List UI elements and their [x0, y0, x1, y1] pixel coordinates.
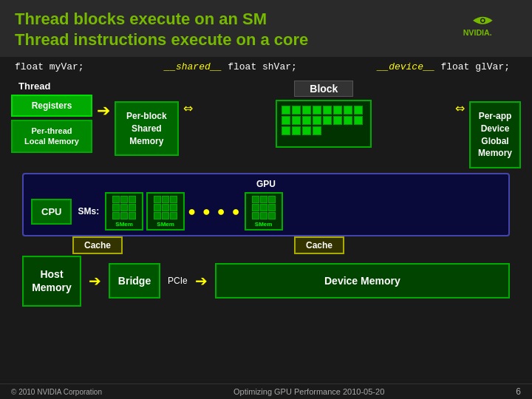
pcie-arrow-right: ➔ — [195, 272, 208, 290]
smem-label-3: SMem — [255, 221, 273, 228]
device-keyword: __device__ — [378, 61, 435, 72]
shared-mem-container: Per-blockSharedMemory — [115, 91, 179, 156]
arrow-right-1: ⇔ — [183, 101, 193, 115]
arrows-mid: ⇔ — [183, 101, 193, 115]
thread-section: Thread Registers Per-threadLocal Memory — [11, 81, 92, 153]
sm-dots: ● ● ● ● — [188, 204, 242, 219]
footer-center: Optimizing GPU Performance 2010-05-20 — [233, 387, 384, 396]
device-memory-box: Device Memory — [215, 263, 510, 299]
float-glvar-code: float glVar; — [440, 61, 510, 72]
content-area: Thread Registers Per-threadLocal Memory … — [0, 77, 532, 383]
sm-block-2: SMem — [146, 192, 185, 231]
cache-right-box: Cache — [294, 236, 344, 254]
host-memory-box: HostMemory — [22, 256, 81, 306]
arrow1: ➔ — [97, 101, 110, 120]
shared-keyword: __shared__ — [164, 61, 222, 72]
nvidia-logo: NVIDIA. — [458, 9, 517, 42]
smem-label-1: SMem — [115, 221, 133, 228]
sm-block-1: SMem — [105, 192, 143, 231]
host-arrow-right: ➔ — [89, 272, 101, 290]
sm-grid-2 — [154, 196, 177, 219]
bridge-box: Bridge — [109, 263, 160, 299]
gpu-section: GPU CPU SMs: SMem — [22, 173, 510, 236]
block-section: Block — [197, 81, 451, 148]
host-row: HostMemory ➔ Bridge PCIe ➔ Device Memory — [11, 256, 521, 306]
registers-box: Registers — [11, 95, 92, 117]
gpu-label: GPU — [31, 179, 501, 189]
svg-text:NVIDIA.: NVIDIA. — [463, 28, 492, 37]
shared-mem-box: Per-blockSharedMemory — [115, 101, 179, 156]
pcie-label: PCIe — [168, 276, 188, 286]
smem-label-2: SMem — [157, 221, 174, 228]
sm-grid-1 — [112, 196, 136, 219]
sms-label: SMs: — [78, 206, 99, 216]
copyright: © 2010 NVIDIA Corporation — [11, 388, 102, 396]
float-shvar-code: float shVar; — [228, 61, 297, 72]
sm-grid-3 — [252, 196, 276, 219]
svg-point-1 — [481, 19, 484, 22]
block-threads-grid — [276, 100, 372, 148]
sm-group: SMs: SMem — [78, 192, 501, 231]
top-diagram: Thread Registers Per-threadLocal Memory … — [11, 81, 521, 168]
page-number: 6 — [516, 386, 521, 397]
code-spacer: __shared__ float shVar; — [106, 61, 355, 72]
cache-row: Cache Cache — [11, 236, 521, 254]
header: Thread blocks execute on an SM Thread in… — [0, 0, 532, 57]
block-label: Block — [294, 81, 353, 97]
arrow-right-2: ⇔ — [455, 101, 465, 115]
perapp-container: Per-appDeviceGlobalMemory — [469, 91, 521, 168]
perapp-box: Per-appDeviceGlobalMemory — [469, 101, 521, 168]
thread-boxes: Registers Per-threadLocal Memory — [11, 95, 92, 153]
code-line: float myVar; __shared__ float shVar; __d… — [0, 57, 532, 77]
footer: © 2010 NVIDIA Corporation Optimizing GPU… — [0, 383, 532, 399]
cache-right-area: Cache — [129, 236, 510, 254]
thread-label: Thread — [18, 81, 50, 92]
cpu-box: CPU — [31, 199, 72, 225]
float-myvar-code: float myVar; — [15, 61, 84, 72]
gpu-inner: CPU SMs: SMem — [31, 192, 501, 231]
perthread-box: Per-threadLocal Memory — [11, 120, 92, 153]
arrows-perapp: ⇔ — [455, 101, 465, 115]
page-title: Thread blocks execute on an SM Thread in… — [15, 9, 308, 50]
cache-left-box: Cache — [72, 236, 123, 254]
slide: Thread blocks execute on an SM Thread in… — [0, 0, 532, 399]
sm-block-3: SMem — [245, 192, 283, 231]
code-device-section: __device__ float glVar; — [378, 61, 510, 72]
